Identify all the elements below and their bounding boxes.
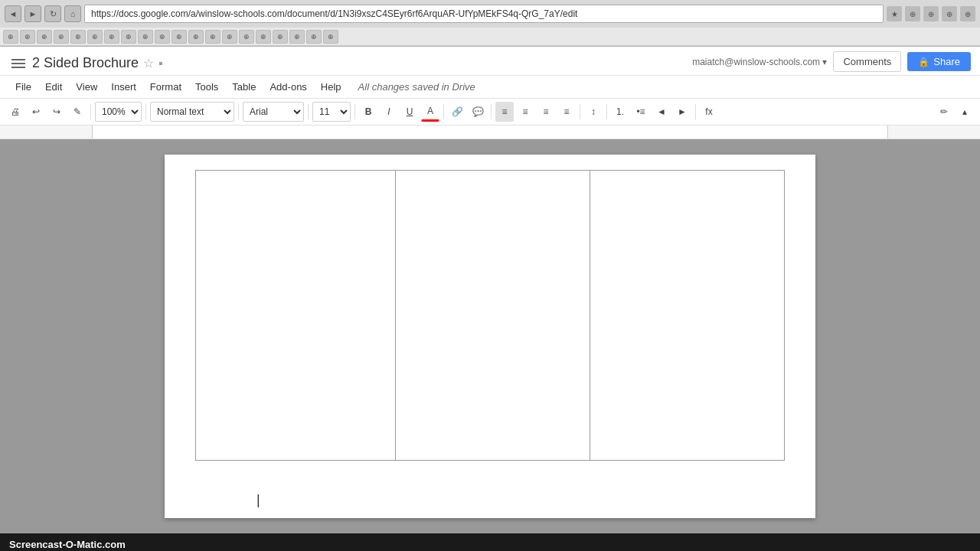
font-size-select[interactable]: 11 xyxy=(312,102,351,122)
ext-bar-icon-2[interactable]: ⊕ xyxy=(20,30,35,44)
menu-view[interactable]: View xyxy=(70,78,103,96)
line-spacing-button[interactable]: ↕ xyxy=(584,102,603,122)
ext-bar-icon-20[interactable]: ⊕ xyxy=(323,30,338,44)
text-color-button[interactable]: A xyxy=(421,102,439,122)
comments-button[interactable]: Comments xyxy=(833,51,901,72)
ruler xyxy=(0,126,980,139)
ext-bar-icon-11[interactable]: ⊕ xyxy=(172,30,187,44)
ext-bar-icon-3[interactable]: ⊕ xyxy=(37,30,52,44)
menu-help[interactable]: Help xyxy=(315,78,348,96)
undo-button[interactable]: ↩ xyxy=(27,102,45,122)
screencast-bar: Screencast-O-Matic.com xyxy=(0,533,980,551)
divider-1 xyxy=(90,104,91,119)
menu-insert[interactable]: Insert xyxy=(105,78,142,96)
italic-button[interactable]: I xyxy=(380,102,398,122)
align-left-button[interactable]: ≡ xyxy=(495,102,514,122)
table-cell-1[interactable] xyxy=(196,171,396,461)
ext-bar-icon-19[interactable]: ⊕ xyxy=(306,30,322,44)
divider-4 xyxy=(308,104,309,119)
home-button[interactable]: ⌂ xyxy=(64,5,81,22)
divider-2 xyxy=(145,104,146,119)
browser-icons: ★ ⊕ ⊕ ⊕ ⊕ xyxy=(887,6,975,21)
bullet-list-button[interactable]: •≡ xyxy=(632,102,650,122)
ext-bar-icon-10[interactable]: ⊕ xyxy=(155,30,170,44)
menu-bar: File Edit View Insert Format Tools Table… xyxy=(0,76,980,99)
bookmark-icon[interactable]: ★ xyxy=(887,6,902,21)
align-justify-button[interactable]: ≡ xyxy=(557,102,576,122)
divider-3 xyxy=(238,104,239,119)
ext-icon-4[interactable]: ⊕ xyxy=(960,6,975,21)
folder-icon[interactable]: ▪ xyxy=(158,57,163,70)
numbered-list-button[interactable]: 1. xyxy=(611,102,629,122)
font-select[interactable]: Arial xyxy=(243,102,304,122)
forward-button[interactable]: ► xyxy=(24,5,41,22)
table-cell-2[interactable] xyxy=(396,171,590,461)
edit-mode-button[interactable]: ✏ xyxy=(935,102,953,122)
hamburger-button[interactable] xyxy=(9,54,28,73)
share-button[interactable]: 🔒 Share xyxy=(907,52,971,71)
ext-bar-icon-8[interactable]: ⊕ xyxy=(121,30,136,44)
bold-button[interactable]: B xyxy=(359,102,377,122)
share-label: Share xyxy=(933,56,960,67)
ext-bar-icon-7[interactable]: ⊕ xyxy=(104,30,119,44)
lock-icon: 🔒 xyxy=(918,57,929,67)
link-button[interactable]: 🔗 xyxy=(448,102,466,122)
ext-bar-icon-18[interactable]: ⊕ xyxy=(289,30,305,44)
ext-bar-icon-15[interactable]: ⊕ xyxy=(239,30,254,44)
ext-icon-3[interactable]: ⊕ xyxy=(942,6,957,21)
print-button[interactable]: 🖨 xyxy=(6,102,24,122)
expand-button[interactable]: ▴ xyxy=(956,102,974,122)
ext-bar-icon-17[interactable]: ⊕ xyxy=(273,30,288,44)
text-cursor: | xyxy=(256,493,260,507)
menu-edit[interactable]: Edit xyxy=(39,78,68,96)
toolbar: 🖨 ↩ ↪ ✎ 100% Normal text Arial 11 B I U … xyxy=(0,99,980,126)
ext-bar-icon-13[interactable]: ⊕ xyxy=(205,30,220,44)
doc-title[interactable]: 2 Sided Brochure xyxy=(32,55,139,71)
page[interactable]: | xyxy=(165,155,815,518)
ext-bar-icon-5[interactable]: ⊕ xyxy=(70,30,86,44)
title-bar: 2 Sided Brochure ☆ ▪ maiatch@winslow-sch… xyxy=(0,47,980,76)
menu-addons[interactable]: Add-ons xyxy=(263,78,312,96)
menu-file[interactable]: File xyxy=(9,78,38,96)
indent-decrease-button[interactable]: ◄ xyxy=(652,102,671,122)
ext-icon-2[interactable]: ⊕ xyxy=(923,6,939,21)
underline-button[interactable]: U xyxy=(400,102,419,122)
star-icon[interactable]: ☆ xyxy=(143,56,154,70)
zoom-select[interactable]: 100% xyxy=(95,102,142,122)
formula-button[interactable]: fx xyxy=(700,102,718,122)
align-right-button[interactable]: ≡ xyxy=(537,102,555,122)
table-cell-3[interactable] xyxy=(590,171,785,461)
style-select[interactable]: Normal text xyxy=(150,102,234,122)
divider-6 xyxy=(443,104,444,119)
ext-bar-icon-9[interactable]: ⊕ xyxy=(138,30,153,44)
extension-bar: ⊕ ⊕ ⊕ ⊕ ⊕ ⊕ ⊕ ⊕ ⊕ ⊕ ⊕ ⊕ ⊕ ⊕ ⊕ ⊕ ⊕ ⊕ ⊕ ⊕ xyxy=(0,28,980,46)
ext-icon-1[interactable]: ⊕ xyxy=(905,6,920,21)
ext-bar-icon-14[interactable]: ⊕ xyxy=(222,30,237,44)
ext-bar-icon-6[interactable]: ⊕ xyxy=(87,30,103,44)
ext-bar-icon-4[interactable]: ⊕ xyxy=(54,30,69,44)
ext-bar-icon-16[interactable]: ⊕ xyxy=(256,30,271,44)
divider-8 xyxy=(580,104,580,119)
redo-button[interactable]: ↪ xyxy=(47,102,66,122)
align-center-button[interactable]: ≡ xyxy=(516,102,534,122)
browser-toolbar: ◄ ► ↻ ⌂ https://docs.google.com/a/winslo… xyxy=(0,0,980,28)
indent-increase-button[interactable]: ► xyxy=(673,102,691,122)
paint-format-button[interactable]: ✎ xyxy=(68,102,87,122)
title-left: 2 Sided Brochure ☆ ▪ xyxy=(9,54,163,73)
divider-5 xyxy=(354,104,355,119)
menu-tools[interactable]: Tools xyxy=(189,78,224,96)
reload-button[interactable]: ↻ xyxy=(44,5,61,22)
user-email[interactable]: maiatch@winslow-schools.com ▾ xyxy=(692,57,827,67)
ext-bar-icon-1[interactable]: ⊕ xyxy=(3,30,18,44)
ext-bar-icon-12[interactable]: ⊕ xyxy=(188,30,204,44)
menu-table[interactable]: Table xyxy=(226,78,262,96)
menu-format[interactable]: Format xyxy=(144,78,188,96)
divider-10 xyxy=(695,104,696,119)
back-button[interactable]: ◄ xyxy=(5,5,21,22)
address-bar[interactable]: https://docs.google.com/a/winslow-school… xyxy=(84,5,884,23)
document-table[interactable] xyxy=(195,170,785,461)
comment-button[interactable]: 💬 xyxy=(469,102,487,122)
table-row xyxy=(196,171,785,461)
browser-chrome: ◄ ► ↻ ⌂ https://docs.google.com/a/winslo… xyxy=(0,0,980,47)
document-area[interactable]: | xyxy=(0,139,980,533)
